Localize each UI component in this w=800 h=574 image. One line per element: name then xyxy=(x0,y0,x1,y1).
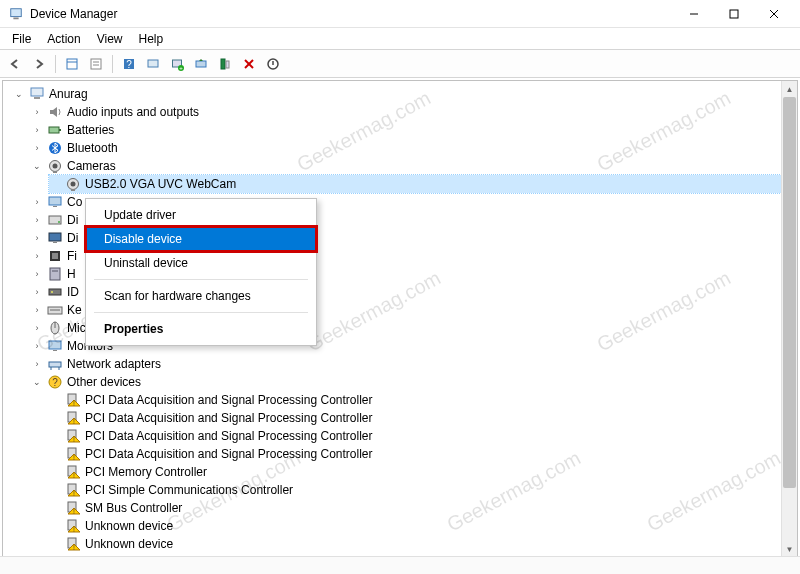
svg-rect-23 xyxy=(31,88,43,96)
tree-item-label: Co xyxy=(67,195,82,209)
svg-rect-13 xyxy=(148,60,158,67)
expander-icon xyxy=(49,502,61,514)
expander-icon xyxy=(49,484,61,496)
svg-text:!: ! xyxy=(73,472,75,479)
svg-text:!: ! xyxy=(73,508,75,515)
tree-item-label: Fi xyxy=(67,249,77,263)
expander-icon[interactable]: › xyxy=(31,250,43,262)
help-button[interactable]: ? xyxy=(118,53,140,75)
tree-device[interactable]: !Unknown device xyxy=(49,517,797,535)
expander-icon[interactable]: ⌄ xyxy=(13,88,25,100)
tree-device[interactable]: !PCI Data Acquisition and Signal Process… xyxy=(49,445,797,463)
expander-icon[interactable]: › xyxy=(31,232,43,244)
tree-category[interactable]: ⌄?Other devices xyxy=(31,373,797,391)
tree-item-label: PCI Memory Controller xyxy=(85,465,207,479)
tree-device[interactable]: !PCI Data Acquisition and Signal Process… xyxy=(49,409,797,427)
menu-view[interactable]: View xyxy=(89,30,131,48)
show-hidden-button[interactable] xyxy=(61,53,83,75)
svg-rect-34 xyxy=(49,197,61,205)
context-menu: Update driverDisable deviceUninstall dev… xyxy=(85,198,317,346)
mouse-icon xyxy=(47,320,63,336)
expander-icon[interactable]: › xyxy=(31,196,43,208)
svg-rect-51 xyxy=(53,350,57,351)
svg-text:!: ! xyxy=(73,400,75,407)
hid-icon xyxy=(47,266,63,282)
expander-icon[interactable]: › xyxy=(31,322,43,334)
context-menu-item[interactable]: Properties xyxy=(86,317,316,341)
add-legacy-button[interactable]: + xyxy=(166,53,188,75)
close-button[interactable] xyxy=(754,3,794,25)
expander-icon[interactable]: › xyxy=(31,268,43,280)
disk-icon xyxy=(47,212,63,228)
svg-rect-44 xyxy=(49,289,61,295)
ide-icon xyxy=(47,284,63,300)
camera-icon xyxy=(65,176,81,192)
menu-help[interactable]: Help xyxy=(131,30,172,48)
expander-icon[interactable]: › xyxy=(31,124,43,136)
svg-point-29 xyxy=(53,164,58,169)
expander-icon[interactable]: › xyxy=(31,286,43,298)
svg-rect-39 xyxy=(53,242,57,243)
camera-icon xyxy=(47,158,63,174)
tree-item-label: Audio inputs and outputs xyxy=(67,105,199,119)
svg-rect-24 xyxy=(34,97,40,99)
svg-text:?: ? xyxy=(52,377,58,388)
tree-category[interactable]: ›Bluetooth xyxy=(31,139,797,157)
context-menu-item[interactable]: Disable device xyxy=(86,227,316,251)
expander-icon[interactable]: › xyxy=(31,340,43,352)
tree-device[interactable]: !PCI Memory Controller xyxy=(49,463,797,481)
svg-rect-42 xyxy=(50,268,60,280)
minimize-button[interactable] xyxy=(674,3,714,25)
tree-device[interactable]: !PCI Simple Communications Controller xyxy=(49,481,797,499)
expander-icon[interactable]: ⌄ xyxy=(31,376,43,388)
expander-icon xyxy=(49,448,61,460)
svg-rect-45 xyxy=(51,291,53,293)
scroll-thumb[interactable] xyxy=(783,97,796,488)
menu-file[interactable]: File xyxy=(4,30,39,48)
forward-button[interactable] xyxy=(28,53,50,75)
tree-category[interactable]: ›Network adapters xyxy=(31,355,797,373)
tree-category[interactable]: ›Audio inputs and outputs xyxy=(31,103,797,121)
tree-category[interactable]: ⌄Cameras xyxy=(31,157,797,175)
tree-category[interactable]: ›Batteries xyxy=(31,121,797,139)
disable-button[interactable] xyxy=(238,53,260,75)
expander-icon[interactable]: › xyxy=(31,106,43,118)
app-icon xyxy=(8,6,24,22)
tree-device[interactable]: USB2.0 VGA UVC WebCam xyxy=(49,175,797,193)
tree-root-node[interactable]: ⌄Anurag xyxy=(13,85,797,103)
enable-button[interactable] xyxy=(262,53,284,75)
maximize-button[interactable] xyxy=(714,3,754,25)
svg-rect-50 xyxy=(49,341,61,349)
expander-icon[interactable]: › xyxy=(31,142,43,154)
tree-device[interactable]: !Unknown device xyxy=(49,535,797,553)
back-button[interactable] xyxy=(4,53,26,75)
tree-device[interactable]: !SM Bus Controller xyxy=(49,499,797,517)
vertical-scrollbar[interactable]: ▲ ▼ xyxy=(781,81,797,557)
svg-rect-1 xyxy=(13,17,18,19)
expander-icon[interactable]: ⌄ xyxy=(31,160,43,172)
svg-text:!: ! xyxy=(73,454,75,461)
scroll-down-button[interactable]: ▼ xyxy=(782,541,797,557)
scan-button[interactable] xyxy=(142,53,164,75)
expander-icon[interactable]: › xyxy=(31,304,43,316)
context-menu-item[interactable]: Uninstall device xyxy=(86,251,316,275)
expander-icon[interactable]: › xyxy=(31,214,43,226)
update-driver-button[interactable] xyxy=(190,53,212,75)
tree-item-label: Bluetooth xyxy=(67,141,118,155)
svg-rect-41 xyxy=(52,253,58,259)
menu-action[interactable]: Action xyxy=(39,30,88,48)
tree-device[interactable]: !PCI Data Acquisition and Signal Process… xyxy=(49,391,797,409)
context-menu-item[interactable]: Update driver xyxy=(86,203,316,227)
tree-device[interactable]: !PCI Data Acquisition and Signal Process… xyxy=(49,427,797,445)
properties-button[interactable] xyxy=(85,53,107,75)
context-menu-item[interactable]: Scan for hardware changes xyxy=(86,284,316,308)
tree-item-label: PCI Simple Communications Controller xyxy=(85,483,293,497)
svg-rect-30 xyxy=(53,171,57,173)
expander-icon[interactable]: › xyxy=(31,358,43,370)
computer-icon xyxy=(29,86,45,102)
uninstall-button[interactable] xyxy=(214,53,236,75)
bluetooth-icon xyxy=(47,140,63,156)
tree-item-label: ID xyxy=(67,285,79,299)
scroll-up-button[interactable]: ▲ xyxy=(782,81,797,97)
scroll-track[interactable] xyxy=(782,97,797,541)
